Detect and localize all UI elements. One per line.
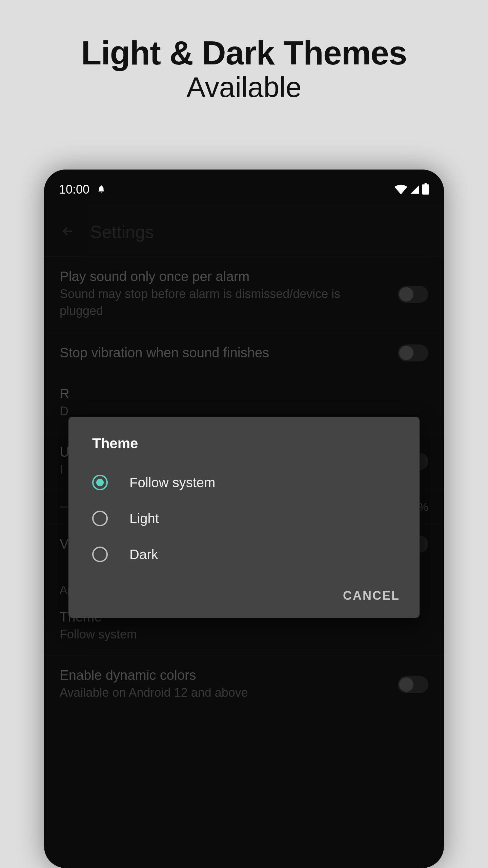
setting-play-sound-once[interactable]: Play sound only once per alarm Sound may…: [44, 256, 444, 332]
radio-unselected-icon: [92, 547, 108, 562]
status-time: 10:00: [59, 182, 89, 197]
setting-subtitle: I: [60, 461, 69, 478]
theme-option-light[interactable]: Light: [92, 500, 396, 536]
battery-full-icon: [422, 183, 429, 196]
setting-title: R: [60, 386, 69, 401]
radio-selected-icon: [92, 475, 108, 490]
dialog-title: Theme: [68, 417, 420, 465]
option-label: Dark: [129, 547, 158, 562]
setting-subtitle: Follow system: [60, 626, 137, 643]
setting-dynamic-colors[interactable]: Enable dynamic colors Available on Andro…: [44, 655, 444, 713]
option-label: Follow system: [129, 475, 215, 490]
theme-dialog: Theme Follow system Light Dark CANCEL: [68, 417, 420, 618]
setting-title: Enable dynamic colors: [60, 668, 248, 683]
app-bar-title: Settings: [90, 222, 154, 242]
theme-option-dark[interactable]: Dark: [92, 536, 396, 572]
setting-subtitle: Available on Android 12 and above: [60, 684, 248, 701]
status-bar: 10:00: [44, 170, 444, 205]
promo-line2: Available: [0, 71, 488, 104]
promo-heading: Light & Dark Themes Available: [0, 34, 488, 104]
notification-bell-icon: [97, 184, 106, 195]
back-arrow-icon[interactable]: [60, 224, 75, 240]
setting-subtitle: Sound may stop before alarm is dismissed…: [60, 285, 358, 320]
setting-title: U: [60, 445, 69, 460]
phone-frame: 10:00 Settings: [44, 170, 444, 868]
toggle-switch[interactable]: [398, 344, 428, 361]
status-right: [394, 183, 429, 196]
app-bar: Settings: [44, 205, 444, 256]
toggle-switch[interactable]: [398, 286, 428, 303]
option-label: Light: [129, 511, 159, 526]
setting-title: V: [60, 536, 69, 552]
setting-stop-vibration[interactable]: Stop vibration when sound finishes: [44, 332, 444, 374]
promo-line1: Light & Dark Themes: [0, 34, 488, 72]
setting-title: Play sound only once per alarm: [60, 269, 358, 284]
setting-title: Stop vibration when sound finishes: [60, 345, 269, 360]
toggle-switch[interactable]: [398, 676, 428, 693]
status-left: 10:00: [59, 182, 106, 197]
cellular-signal-icon: [409, 184, 420, 196]
dialog-actions: CANCEL: [68, 580, 420, 618]
theme-option-follow-system[interactable]: Follow system: [92, 465, 396, 500]
cancel-button[interactable]: CANCEL: [343, 589, 400, 603]
dialog-options: Follow system Light Dark: [68, 465, 420, 580]
radio-unselected-icon: [92, 511, 108, 526]
wifi-icon: [394, 184, 407, 196]
setting-subtitle: D: [60, 403, 69, 420]
